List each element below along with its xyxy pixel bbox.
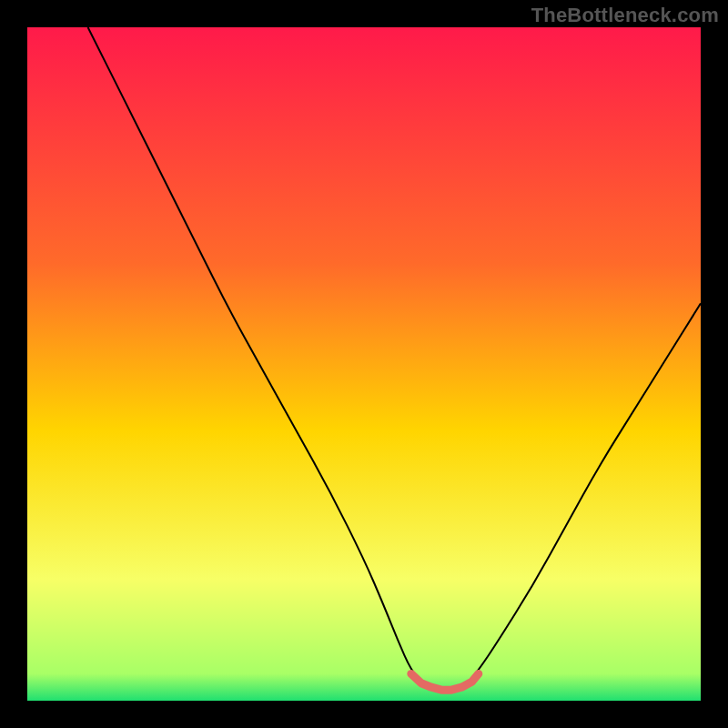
watermark: TheBottleneck.com [531,4,719,27]
chart-frame: TheBottleneck.com [0,0,728,728]
plot-area [27,27,701,701]
chart-svg [27,27,701,701]
gradient-background [27,27,701,701]
